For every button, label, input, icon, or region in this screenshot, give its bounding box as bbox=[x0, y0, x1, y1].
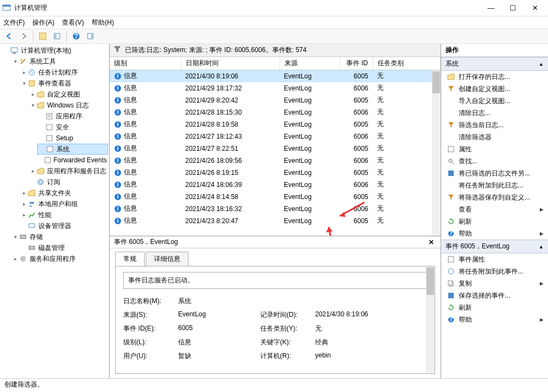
actions-section-system[interactable]: 系统▲ bbox=[441, 57, 548, 71]
action-refresh2[interactable]: 刷新 bbox=[441, 302, 548, 314]
tree-subscriptions[interactable]: 订阅 bbox=[28, 177, 108, 188]
action-pane-button[interactable] bbox=[84, 30, 96, 42]
tree-local-users[interactable]: ▸本地用户和组 bbox=[20, 198, 108, 209]
table-row[interactable]: i信息2021/4/23 8:20:47EventLog6005无 bbox=[110, 215, 441, 227]
menu-help[interactable]: 帮助(H) bbox=[92, 18, 114, 27]
action-properties[interactable]: 属性 bbox=[441, 143, 548, 155]
detail-close-button[interactable]: ✕ bbox=[426, 238, 436, 246]
svg-rect-55 bbox=[448, 146, 454, 152]
tree-root[interactable]: 计算机管理(本地) bbox=[2, 45, 108, 56]
action-save-selected[interactable]: 保存选择的事件... bbox=[441, 289, 548, 302]
menu-view[interactable]: 查看(V) bbox=[62, 18, 84, 27]
tab-general[interactable]: 常规 bbox=[115, 252, 145, 266]
grid-scrollbar[interactable] bbox=[432, 70, 441, 236]
properties-icon bbox=[447, 145, 455, 154]
table-row[interactable]: i信息2021/4/27 8:22:51EventLog6005无 bbox=[110, 143, 441, 155]
close-button[interactable]: ✕ bbox=[524, 1, 546, 16]
log-icon bbox=[44, 156, 52, 164]
back-button[interactable] bbox=[3, 30, 15, 42]
action-find[interactable]: 查找... bbox=[441, 155, 548, 167]
tree-services-apps[interactable]: ▸服务和应用程序 bbox=[11, 253, 108, 264]
menu-file[interactable]: 文件(F) bbox=[3, 18, 25, 27]
table-row[interactable]: i信息2021/4/27 18:12:43EventLog6006无 bbox=[110, 130, 441, 143]
svg-text:i: i bbox=[117, 218, 119, 224]
tree-custom-views[interactable]: ▸自定义视图 bbox=[28, 89, 108, 100]
tree-application[interactable]: 应用程序 bbox=[37, 111, 108, 122]
action-save-filtered[interactable]: 将已筛选的日志文件另... bbox=[441, 167, 548, 179]
val-taskcat: 无 bbox=[315, 324, 427, 333]
col-level[interactable]: 级别 bbox=[110, 57, 181, 70]
action-save-filter-custom[interactable]: 将筛选器保存到自定义... bbox=[441, 191, 548, 203]
detail-scrollbar[interactable] bbox=[426, 266, 435, 373]
maximize-button[interactable]: ☐ bbox=[502, 1, 524, 16]
tree-windows-logs[interactable]: ▾Windows 日志 bbox=[28, 100, 108, 111]
action-create-view[interactable]: 创建自定义视图... bbox=[441, 83, 548, 95]
info-icon: i bbox=[114, 205, 122, 213]
tree-event-viewer[interactable]: ▾事件查看器 bbox=[20, 78, 108, 89]
action-open-saved[interactable]: 打开保存的日志... bbox=[441, 71, 548, 83]
help-button[interactable]: ? bbox=[70, 30, 82, 42]
action-clear-log[interactable]: 清除日志... bbox=[441, 107, 548, 119]
tree-system-tools[interactable]: ▾系统工具 bbox=[11, 56, 108, 67]
action-view[interactable]: 查看▶ bbox=[441, 203, 548, 215]
action-filter-current[interactable]: 筛选当前日志... bbox=[441, 119, 548, 131]
action-attach-task-log[interactable]: 将任务附加到此日志... bbox=[441, 179, 548, 191]
center-panel: 已筛选:日志: System; 来源: ; 事件 ID: 6005,6006。事… bbox=[110, 44, 441, 378]
refresh-icon bbox=[447, 217, 455, 226]
table-row[interactable]: i信息2021/4/26 8:19:15EventLog6005无 bbox=[110, 167, 441, 179]
col-eventid[interactable]: 事件 ID bbox=[340, 57, 373, 70]
table-row[interactable]: i信息2021/4/23 18:16:32EventLog6006无 bbox=[110, 203, 441, 215]
show-hide-tree-button[interactable] bbox=[37, 30, 49, 42]
col-source[interactable]: 来源 bbox=[279, 57, 340, 70]
detail-title: 事件 6005，EventLog bbox=[114, 237, 178, 247]
action-refresh[interactable]: 刷新 bbox=[441, 215, 548, 228]
properties-button[interactable] bbox=[51, 30, 63, 42]
tree-forwarded[interactable]: Forwarded Events bbox=[37, 155, 108, 166]
info-icon: i bbox=[114, 109, 122, 116]
tree-task-scheduler[interactable]: ▸任务计划程序 bbox=[20, 67, 108, 78]
tree-disk-mgmt[interactable]: 磁盘管理 bbox=[20, 242, 108, 253]
table-row[interactable]: i信息2021/4/24 8:14:58EventLog6005无 bbox=[110, 191, 441, 203]
tree-setup[interactable]: Setup bbox=[37, 133, 108, 144]
forward-button[interactable] bbox=[18, 30, 30, 42]
tree-app-svc-logs[interactable]: ▸应用程序和服务日志 bbox=[28, 166, 108, 177]
computer-icon bbox=[10, 46, 19, 55]
action-clear-filter[interactable]: 清除筛选器 bbox=[441, 131, 548, 143]
actions-section-event[interactable]: 事件 6005，EventLog▲ bbox=[441, 240, 548, 253]
action-event-props[interactable]: 事件属性 bbox=[441, 253, 548, 265]
lbl-keywords: 关键字(K): bbox=[260, 338, 310, 347]
table-row[interactable]: i信息2021/4/29 18:17:32EventLog6006无 bbox=[110, 82, 441, 94]
menu-action[interactable]: 操作(A) bbox=[32, 18, 54, 27]
table-row[interactable]: i信息2021/4/28 18:15:30EventLog6006无 bbox=[110, 106, 441, 118]
action-help2[interactable]: ?帮助▶ bbox=[441, 314, 548, 326]
val-level: 信息 bbox=[178, 338, 255, 347]
action-attach-task-event[interactable]: 将任务附加到此事件... bbox=[441, 265, 548, 277]
table-row[interactable]: i信息2021/4/29 8:20:42EventLog6005无 bbox=[110, 94, 441, 106]
storage-icon bbox=[19, 232, 27, 241]
table-row[interactable]: i信息2021/4/24 18:06:39EventLog6006无 bbox=[110, 179, 441, 191]
tree-panel[interactable]: 计算机管理(本地) ▾系统工具 ▸任务计划程序 ▾事件查看器 ▸自定义视图 bbox=[0, 44, 110, 378]
col-datetime[interactable]: 日期和时间 bbox=[181, 57, 279, 70]
tree-device-mgr[interactable]: 设备管理器 bbox=[20, 220, 108, 231]
filter-text: 已筛选:日志: System; 来源: ; 事件 ID: 6005,6006。事… bbox=[125, 46, 306, 55]
val-eventid: 6005 bbox=[178, 324, 255, 333]
tree-shared-folders[interactable]: ▸共享文件夹 bbox=[20, 188, 108, 198]
tree-system[interactable]: 系统 bbox=[37, 144, 108, 155]
help-icon: ? bbox=[447, 229, 455, 238]
action-help[interactable]: ?帮助▶ bbox=[441, 228, 548, 240]
event-grid[interactable]: 级别 日期和时间 来源 事件 ID 任务类别 i信息2021/4/30 8:19… bbox=[110, 57, 441, 236]
action-copy[interactable]: 复制▶ bbox=[441, 277, 548, 289]
users-icon bbox=[27, 200, 36, 208]
action-import-view[interactable]: 导入自定义视图... bbox=[441, 95, 548, 107]
tab-details[interactable]: 详细信息 bbox=[146, 252, 189, 266]
tree-performance[interactable]: ▸性能 bbox=[20, 209, 108, 220]
minimize-button[interactable]: — bbox=[480, 1, 502, 16]
col-taskcat[interactable]: 任务类别 bbox=[373, 57, 441, 70]
tree-security[interactable]: 安全 bbox=[37, 122, 108, 133]
table-row[interactable]: i信息2021/4/26 18:09:56EventLog6006无 bbox=[110, 155, 441, 167]
filter-icon bbox=[447, 121, 455, 129]
table-row[interactable]: i信息2021/4/30 8:19:06EventLog6005无 bbox=[110, 70, 441, 82]
tree-storage[interactable]: ▾存储 bbox=[11, 231, 108, 242]
table-row[interactable]: i信息2021/4/28 8:19:58EventLog6005无 bbox=[110, 118, 441, 130]
svg-text:i: i bbox=[117, 109, 119, 115]
